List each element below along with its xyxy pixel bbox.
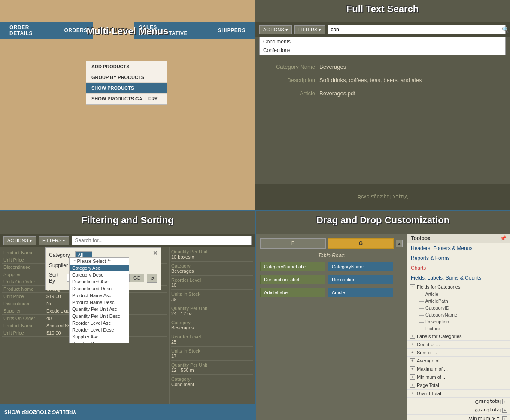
sort-option-reorder-desc[interactable]: Reorder Level Desc [70,326,129,333]
filter-search-input[interactable] [72,236,252,245]
toolbox-section-fields[interactable]: Fields, Labels, Sums & Counts [407,273,510,283]
drag-label-category-name[interactable]: CategoryNameLabel [260,262,325,271]
drag-scrollbar[interactable]: ▲ [396,240,403,247]
tree-toggle-page-total[interactable]: + [410,383,415,388]
nav-shippers[interactable]: SHIPPERS [212,22,251,39]
panel-menus: Multi-Level Menus ORDER DETAILS ORDERS P… [0,0,255,210]
sort-option-discontinued-desc[interactable]: Discontinued Desc [70,285,129,292]
tree-bottom-1-header[interactable]: + lɐʇoʇ buɐɹ⅁ [407,398,510,406]
drag-content: F G ▲ Table Rows CategoryNameLabel Categ… [256,234,510,420]
sort-option-qty-asc[interactable]: Quantity Per Unit Asc [70,306,129,313]
tree-toggle-grand-total[interactable]: + [410,391,415,396]
tree-bottom-3-label: ... ɟo ɯnɯᴉuᴉW [468,416,501,420]
filter-toolbar: ACTIONS ▾ FILTERS ▾ [0,234,255,247]
tree-min-label: Minimum of ... [417,374,446,380]
sort-option-qty-desc[interactable]: Quantity Per Unit Desc [70,313,129,320]
tree-bottom-1: + lɐʇoʇ buɐɹ⅁ [407,398,510,406]
drag-field-row-1: CategoryNameLabel CategoryName [260,262,403,271]
search-content: Category Name Beverages Description Soft… [255,55,510,184]
tree-max-header[interactable]: + Maximum of ... [407,365,510,373]
actions-button[interactable]: ACTIONS ▾ [259,25,292,34]
tree-toggle-sum[interactable]: + [410,350,415,355]
toolbox-section-charts[interactable]: Charts [407,263,510,273]
panel-filter: Filtering and Sorting ACTIONS ▾ FILTERS … [0,210,255,420]
search-go-icon[interactable]: 🔍 [502,26,509,33]
menu-add-products[interactable]: ADD PRODUCTS [86,61,167,72]
tree-average-header[interactable]: + Average of ... [407,357,510,365]
filter-actions-button[interactable]: ACTIONS ▾ [3,236,36,245]
tree-toggle-bottom-1[interactable]: + [502,399,507,405]
sort-option-reorder-asc[interactable]: Reorder Level Asc [70,320,129,326]
tree-bottom-2-header[interactable]: + lɐʇoʇ buɐɹ⅁ [407,406,510,414]
filter-right-row-2: Category Beverages [171,263,253,276]
tree-sum-header[interactable]: + Sum of ... [407,349,510,356]
sort-option-supplier-desc[interactable]: Supplier Desc [70,340,129,343]
filter-filters-button[interactable]: FILTERS ▾ [39,236,69,245]
filter-right-value-6: Beverages [171,325,253,330]
filter-label-5: Units On Order [3,279,46,284]
tree-toggle-min[interactable]: + [410,374,415,380]
tree-toggle-average[interactable]: + [410,358,415,363]
sort-option-category-asc[interactable]: Category Asc [70,265,129,271]
filter-right-row-6: Category Beverages [171,320,253,332]
autocomplete-confections[interactable]: Confections [260,46,505,55]
search-field-article: Article Beverages.pdf [268,90,497,97]
menu-show-products-gallery[interactable]: SHOW PRODUCTS GALLERY [86,94,167,104]
filter-popup-close[interactable]: ✕ [153,250,158,256]
drag-col-f[interactable]: F [260,238,326,249]
tree-grand-total-header[interactable]: + Grand Total [407,390,510,397]
drag-field-description[interactable]: Description [328,275,393,284]
tree-item-category-name[interactable]: CategoryName [407,311,510,318]
tree-min-header[interactable]: + Minimum of ... [407,373,510,381]
drag-field-article[interactable]: Article [328,288,393,297]
drag-field-row-3: ArticleLabel Article [260,288,403,297]
autocomplete-condiments[interactable]: Condiments [260,37,505,46]
tree-labels-header[interactable]: + Labels for Categories [407,332,510,340]
filter-go-button[interactable]: GO [129,274,144,282]
tree-toggle-max[interactable]: + [410,366,415,371]
sort-option-product-name-desc[interactable]: Product Name Desc [70,299,129,306]
tree-toggle-bottom-2[interactable]: + [502,408,507,413]
filter-dropdown-list: ** Please Select ** Category Asc Categor… [69,257,129,343]
toolbox-section-reports[interactable]: Reports & Forms [407,253,510,263]
tree-fields-label: Fields for Categories [417,284,461,289]
drag-field-category-name[interactable]: CategoryName [328,262,393,271]
sort-option-supplier-asc[interactable]: Supplier Asc [70,333,129,340]
tree-toggle-labels[interactable]: + [410,334,415,339]
toolbox-section-headers[interactable]: Headers, Footers & Menus [407,243,510,253]
nav-order-details[interactable]: ORDER DETAILS [4,22,59,39]
menu-show-products[interactable]: SHOW PRODUCTS [86,83,167,94]
tree-item-category-id[interactable]: CategoryID [407,304,510,311]
scrollbar-up-arrow[interactable]: ▲ [396,240,402,247]
drag-col-g[interactable]: G [328,238,394,249]
sort-option-category-desc[interactable]: Category Desc [70,271,129,278]
drag-label-article[interactable]: ArticleLabel [260,288,325,297]
tree-item-article-path[interactable]: ArticlePath [407,298,510,304]
tree-page-total-header[interactable]: + Page Total [407,381,510,389]
filter-right-value-7: 25 [171,339,253,344]
sort-option-please-select[interactable]: ** Please Select ** [70,258,129,265]
search-inner: Full Text Search ACTIONS ▾ FILTERS ▾ 🔍 C… [255,0,510,210]
tree-count-header[interactable]: + Count of ... [407,341,510,348]
toolbox-pin-icon[interactable]: 📌 [500,235,507,241]
tree-item-description[interactable]: Description [407,318,510,325]
sort-option-product-name-asc[interactable]: Product Name Asc [70,292,129,299]
filter-label-11: Product Name [3,323,46,328]
drag-label-description[interactable]: DescriptionLabel [260,275,325,284]
sort-option-discontinued-asc[interactable]: Discontinued Asc [70,278,129,285]
search-input[interactable] [328,25,506,34]
tree-bottom-3-header[interactable]: + ... ɟo ɯnɯᴉuᴉW [407,415,510,420]
tree-toggle-fields[interactable]: − [410,284,415,289]
tree-fields-header[interactable]: − Fields for Categories [407,283,510,291]
tree-item-picture[interactable]: Picture [407,325,510,332]
filter-clear-button[interactable]: ⊘ [147,274,157,283]
tree-toggle-count[interactable]: + [410,342,415,347]
tree-sum-of: + Sum of ... [407,349,510,357]
filters-button[interactable]: FILTERS ▾ [294,25,325,34]
tree-toggle-bottom-3[interactable]: + [502,417,507,420]
tree-item-article[interactable]: Article [407,291,510,298]
menu-group-products[interactable]: GROUP BY PRODUCTS [86,72,167,83]
tree-labels-categories: + Labels for Categories [407,332,510,341]
search-label-category: Category Name [268,64,319,70]
drag-inner: Drag and Drop Customization F G ▲ Table … [256,211,510,420]
